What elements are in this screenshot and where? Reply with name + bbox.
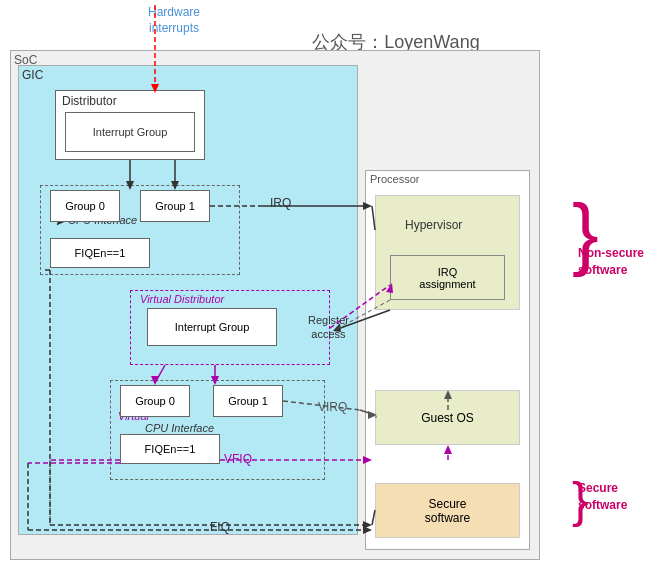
gic-label: GIC xyxy=(22,68,43,82)
group0-box: Group 0 xyxy=(50,190,120,222)
fiq-label: FIQ xyxy=(210,520,230,534)
irq-assignment-box: IRQ assignment xyxy=(390,255,505,300)
secure-software-box: Secure software xyxy=(375,483,520,538)
guest-os-box: Guest OS xyxy=(375,390,520,445)
vcpu-cpu-interface-label: CPU Interface xyxy=(145,422,214,434)
hw-interrupts-label: Hardware interrupts xyxy=(148,5,200,36)
distributor-label: Distributor xyxy=(62,94,117,108)
vgroup1-box: Group 1 xyxy=(213,385,283,417)
diagram-container: 公众号：LoyenWang Hardware interrupts SoC GI… xyxy=(0,0,658,575)
interrupt-group-box: Interrupt Group xyxy=(65,112,195,152)
register-access-label: Register access xyxy=(308,313,349,342)
vfiqen-box: FIQEn==1 xyxy=(120,434,220,464)
secure-software-label: Secure software xyxy=(578,480,627,514)
virtual-interrupt-group: Interrupt Group xyxy=(147,308,277,346)
group1-box: Group 1 xyxy=(140,190,210,222)
irq-label: IRQ xyxy=(270,196,291,210)
vfiq-label: VFIQ xyxy=(224,452,252,466)
fiqen-box: FIQEn==1 xyxy=(50,238,150,268)
virtual-distributor-label: Virtual Distributor xyxy=(140,293,224,305)
non-secure-software-label: Non-secure software xyxy=(578,245,644,279)
vgroup0-box: Group 0 xyxy=(120,385,190,417)
processor-label: Processor xyxy=(370,173,420,185)
virq-label: VIRQ xyxy=(318,400,347,414)
hypervisor-label: Hypervisor xyxy=(405,218,462,232)
